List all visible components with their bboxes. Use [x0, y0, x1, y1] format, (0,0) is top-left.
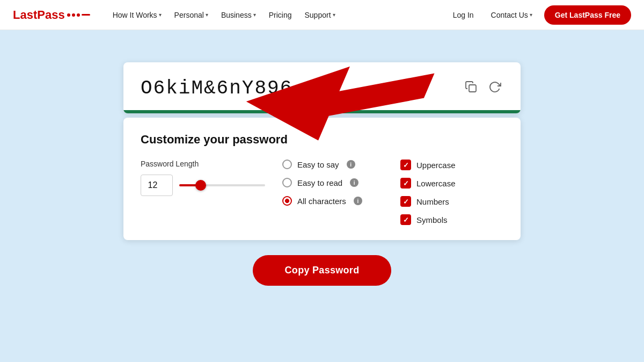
check-icon-lowercase: ✓: [403, 179, 409, 187]
copy-password-button[interactable]: Copy Password: [253, 255, 392, 286]
nav-how-it-works[interactable]: How It Works ▾: [107, 6, 167, 24]
checkbox-label-numbers: Numbers: [416, 197, 449, 206]
logo-dot-3: [77, 13, 80, 17]
nav-contact-label: Contact Us: [491, 11, 528, 19]
password-action-icons: [463, 78, 503, 98]
chevron-down-icon: ▾: [159, 12, 162, 18]
info-icon-easy-read[interactable]: i: [350, 178, 358, 187]
customize-card: Customize your password Password Length: [123, 118, 521, 240]
radio-circle-easy-read: [282, 178, 292, 187]
radio-section: Easy to say i Easy to read i All charact…: [265, 160, 383, 206]
nav-support-label: Support: [304, 11, 331, 19]
nav-support[interactable]: Support ▾: [299, 6, 340, 24]
checkbox-numbers[interactable]: ✓ Numbers: [400, 196, 480, 207]
logo-dots: [67, 13, 90, 17]
password-value: O6kiM&6nY896: [141, 77, 292, 99]
check-icon-symbols: ✓: [403, 216, 409, 224]
nav-login[interactable]: Log In: [448, 6, 479, 24]
slider-container[interactable]: [179, 184, 265, 186]
radio-label-all-chars: All characters: [297, 197, 346, 206]
nav-right: Log In Contact Us ▾ Get LastPass Free: [448, 5, 631, 25]
nav-items: How It Works ▾ Personal ▾ Business ▾ Pri…: [107, 6, 448, 24]
check-icon-uppercase: ✓: [403, 161, 409, 169]
content-wrapper: O6kiM&6nY896: [123, 62, 521, 286]
length-input[interactable]: [141, 175, 173, 196]
logo-dot-2: [72, 13, 75, 17]
logo-dash: [82, 14, 90, 16]
nav-contact[interactable]: Contact Us ▾: [486, 6, 538, 24]
chevron-down-icon: ▾: [530, 12, 532, 18]
password-display-card: O6kiM&6nY896: [123, 62, 521, 113]
info-icon-easy-say[interactable]: i: [347, 160, 355, 169]
checkbox-label-lowercase: Lowercase: [416, 179, 456, 188]
nav-how-it-works-label: How It Works: [113, 11, 157, 19]
refresh-icon-button[interactable]: [486, 78, 503, 98]
radio-all-characters[interactable]: All characters i: [282, 196, 383, 206]
logo-text: LastPass: [13, 8, 65, 22]
radio-label-easy-read: Easy to read: [297, 178, 342, 187]
radio-easy-read[interactable]: Easy to read i: [282, 178, 383, 187]
slider-thumb[interactable]: [195, 180, 206, 191]
checkbox-box-uppercase: ✓: [400, 160, 411, 170]
nav-pricing[interactable]: Pricing: [264, 6, 297, 24]
copy-icon-button[interactable]: [463, 78, 480, 98]
checkbox-section: ✓ Uppercase ✓ Lowercase ✓ N: [383, 160, 480, 225]
checkbox-label-symbols: Symbols: [416, 215, 448, 225]
logo-dot-1: [67, 13, 70, 17]
customize-body: Password Length: [141, 160, 503, 225]
nav-business[interactable]: Business ▾: [216, 6, 261, 24]
length-label: Password Length: [141, 160, 265, 168]
navbar: LastPass How It Works ▾ Personal ▾ Busin…: [0, 0, 644, 30]
check-icon-numbers: ✓: [403, 198, 409, 206]
main-content: O6kiM&6nY896: [0, 30, 644, 362]
length-section: Password Length: [141, 160, 265, 196]
radio-label-easy-say: Easy to say: [297, 160, 339, 169]
checkbox-uppercase[interactable]: ✓ Uppercase: [400, 160, 480, 170]
copy-button-container: Copy Password: [123, 255, 521, 286]
nav-personal[interactable]: Personal ▾: [169, 6, 214, 24]
nav-pricing-label: Pricing: [269, 11, 292, 19]
checkbox-box-symbols: ✓: [400, 214, 411, 225]
info-icon-all-chars[interactable]: i: [354, 197, 362, 205]
radio-circle-all-chars: [282, 196, 292, 206]
checkbox-box-numbers: ✓: [400, 196, 411, 207]
slider-track: [179, 184, 265, 186]
logo[interactable]: LastPass: [13, 8, 90, 22]
chevron-down-icon: ▾: [253, 12, 256, 18]
customize-title: Customize your password: [141, 133, 503, 147]
get-lastpass-button[interactable]: Get LastPass Free: [544, 5, 631, 25]
chevron-down-icon: ▾: [206, 12, 208, 18]
chevron-down-icon: ▾: [333, 12, 335, 18]
radio-circle-easy-say: [282, 160, 292, 169]
radio-easy-say[interactable]: Easy to say i: [282, 160, 383, 169]
checkbox-label-uppercase: Uppercase: [416, 161, 456, 170]
length-controls: [141, 175, 265, 196]
nav-business-label: Business: [221, 11, 252, 19]
checkbox-box-lowercase: ✓: [400, 178, 411, 189]
password-display-area: O6kiM&6nY896: [123, 62, 521, 110]
checkbox-lowercase[interactable]: ✓ Lowercase: [400, 178, 480, 189]
checkbox-symbols[interactable]: ✓ Symbols: [400, 214, 480, 225]
svg-rect-0: [469, 85, 476, 92]
nav-personal-label: Personal: [174, 11, 204, 19]
password-strength-bar: [123, 110, 521, 113]
